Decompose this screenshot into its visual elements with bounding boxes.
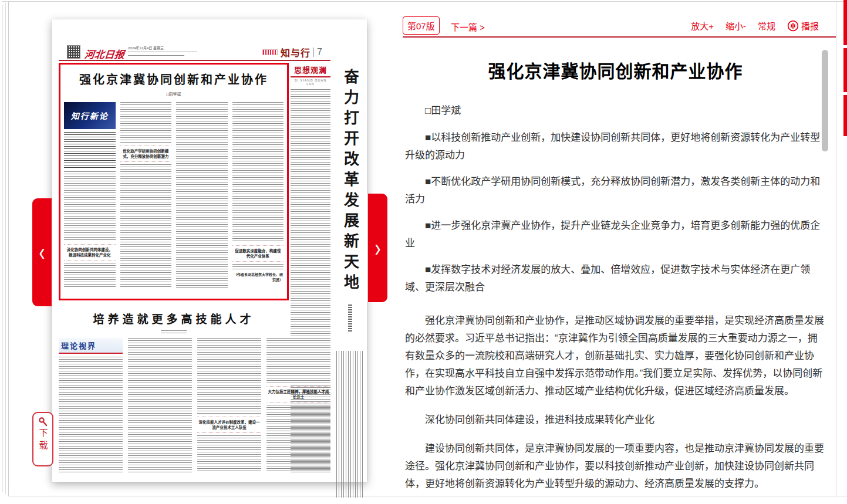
zhixing-xinlun-graphic: 知行新论: [64, 102, 116, 129]
sim-text: [59, 357, 123, 473]
lead-column-2: 优化政产学研用协同创新模式，充分释放协同创新潜力: [120, 102, 172, 289]
section-header: 知与行 7: [262, 45, 322, 59]
right-edge-red-strip: [843, 0, 847, 45]
lilun-shijie-graphic: 理论视界: [59, 338, 123, 354]
bottom-article: 培养造就更多高技能人才 理论视界 深化技能人才评价制度改革，建设一流产业技术工人…: [59, 306, 330, 477]
article-reader: 强化京津冀协同创新和产业协作 □田学斌 ■以科技创新推动产业创新，加快建设协同创…: [405, 43, 826, 495]
masthead-date: 2024年12月4日 星期三: [128, 46, 197, 57]
bottom-author-sim: [161, 330, 187, 333]
bottom-headline: 培养造就更多高技能人才: [59, 310, 289, 326]
pdf-download-icon: [38, 417, 48, 427]
article-highlight-bullet: ■发挥数字技术对经济发展的放大、叠加、倍增效应，促进数字技术与实体经济在更广领域…: [405, 261, 826, 296]
bottom-column-1: 理论视界: [59, 338, 123, 473]
next-page-button[interactable]: ›: [368, 194, 387, 302]
masthead: 河北日报 2024年12月4日 星期三 知与行 7: [67, 45, 359, 62]
window-border-bottom: [8, 496, 847, 496]
bottom-subhead-1: 深化技能人才评价制度改革，建设一流产业技术工人队伍: [197, 417, 261, 433]
broadcast-button[interactable]: 播报: [787, 19, 819, 32]
page-stack-edge: [8, 1, 9, 496]
lead-column-4: 促进数实深度融合，构建现代化产业体系 （作者系河北经贸大学校长、研究员）: [232, 102, 284, 289]
lead-column-1: 知行新论 深化协同创新共同体建设，推进科技成果转化产业化: [64, 102, 116, 289]
reader-toolbar-right: 放大+ 缩小- 常规 播报: [691, 19, 819, 32]
newspaper-page-preview[interactable]: 河北日报 2024年12月4日 星期三 知与行 7 强化京津冀协同创新和产业协作…: [52, 19, 367, 482]
right-edge-red-strip: [843, 48, 847, 92]
broadcast-label: 播报: [801, 19, 819, 32]
pane-divider: [836, 2, 837, 496]
article-author: □田学斌: [405, 102, 826, 117]
lead-endnote: （作者系河北经贸大学校长、研究员）: [232, 270, 284, 282]
section-page-number: 7: [317, 47, 322, 57]
vertical-author-sim: [348, 305, 352, 332]
sim-text: [64, 171, 116, 242]
article-highlight-bullet: ■不断优化政产学研用协同创新模式，充分释放协同创新潜力，激发各类创新主体的动力和…: [405, 173, 826, 208]
section-separator: [313, 48, 314, 57]
sim-text: [64, 263, 116, 289]
article-highlight-bullet: ■进一步强化京津冀产业协作，提升产业链龙头企业竞争力，培育更多创新能力强的优质企…: [405, 217, 826, 252]
download-button[interactable]: 下载: [32, 412, 53, 466]
window-border-top: [2, 1, 847, 2]
article-title: 强化京津冀协同创新和产业协作: [405, 60, 826, 83]
sim-text: [197, 338, 261, 414]
masthead-email-line: [128, 55, 184, 57]
bottom-article-columns: 理论视界 深化技能人才评价制度改革，建设一流产业技术工人队伍 大力弘扬工匠精神，…: [59, 338, 330, 473]
toolbar-rule: [403, 36, 836, 38]
section-name: 知与行: [281, 45, 311, 59]
page-number-badge[interactable]: 第07版: [403, 16, 440, 35]
sim-text-vertical: [336, 351, 363, 498]
sixiang-guanlan-label: 思想观澜: [291, 64, 330, 77]
sim-text: [128, 338, 192, 473]
right-edge-red-strip: [843, 95, 847, 136]
newspaper-reader-window: 河北日报 2024年12月4日 星期三 知与行 7 强化京津冀协同创新和产业协作…: [0, 0, 847, 504]
zoom-in-button[interactable]: 放大+: [691, 19, 714, 32]
normal-size-button[interactable]: 常规: [758, 19, 775, 32]
masthead-mini-logo: [262, 49, 278, 55]
sim-text: [64, 132, 116, 168]
bottom-column-3: 深化技能人才评价制度改革，建设一流产业技术工人队伍: [197, 338, 261, 473]
vertical-headline: 奋力打开改革发展新天地: [339, 69, 361, 299]
qr-code: [67, 45, 80, 59]
newspaper-logo: 河北日报: [84, 46, 126, 61]
date-text: 2024年12月4日 星期三: [128, 46, 164, 50]
bottom-column-4: 大力弘扬工匠精神，厚植技能人才成长沃土: [266, 338, 330, 473]
chevron-right-icon: ›: [375, 236, 381, 261]
sim-text: [120, 164, 172, 289]
speaker-icon: [787, 20, 799, 32]
lead-subhead-2: 深化协同创新共同体建设，推进科技成果转化产业化: [64, 244, 116, 261]
lead-subhead-3: 促进数实深度融合，构建现代化产业体系: [232, 245, 284, 262]
next-article-link[interactable]: 下一篇 >: [451, 21, 485, 33]
sim-text: [266, 338, 330, 384]
page-stack-edge: [2, 5, 3, 492]
sim-text: [266, 405, 330, 473]
sim-text: [120, 102, 172, 143]
sim-text: [232, 264, 284, 270]
article-paragraph: 建设协同创新共同体，是京津冀协同发展的一项重要内容，也是推动京津冀协同发展的重要…: [405, 440, 826, 493]
article-highlight-bullet: ■以科技创新推动产业创新，加快建设协同创新共同体，更好地将创新资源转化为产业转型…: [405, 129, 826, 164]
download-label: 下载: [37, 428, 49, 453]
scrollbar-thumb[interactable]: [822, 50, 828, 151]
lead-column-3: [176, 102, 228, 289]
sim-text: [232, 102, 284, 243]
masthead-rule: [59, 60, 330, 61]
sim-text: [176, 102, 228, 289]
highlighted-article-region[interactable]: 强化京津冀协同创新和产业协作 □田学斌 知行新论 深化协同创新共同体建设，推进科…: [59, 63, 289, 300]
bottom-column-2: [128, 338, 192, 473]
article-section-heading: 深化协同创新共同体建设，推进科技成果转化产业化: [405, 411, 826, 429]
lead-article-columns: 知行新论 深化协同创新共同体建设，推进科技成果转化产业化 优化政产学研用协同创新…: [64, 102, 284, 289]
chevron-left-icon: ‹: [39, 240, 45, 265]
article-paragraph: 强化京津冀协同创新和产业协作，是推动区域协调发展的重要举措，是实现经济高质量发展…: [405, 312, 826, 400]
lead-subhead-1: 优化政产学研用协同创新模式，充分释放协同创新潜力: [120, 146, 172, 162]
previous-page-button[interactable]: ‹: [32, 198, 52, 306]
zoom-out-button[interactable]: 缩小-: [725, 19, 746, 32]
bottom-subhead-2: 大力弘扬工匠精神，厚植技能人才成长沃土: [266, 386, 330, 402]
vertical-headline-column: 奋力打开改革发展新天地: [335, 69, 365, 498]
masthead-editors-line: [128, 52, 197, 54]
page-stack-edge: [5, 3, 6, 494]
lead-headline: 强化京津冀协同创新和产业协作: [64, 70, 284, 87]
sixiang-guanlan-label-en: SI XIANG GUAN LAN: [291, 79, 330, 86]
lead-author: □田学斌: [64, 91, 284, 97]
sim-text: [197, 435, 261, 473]
